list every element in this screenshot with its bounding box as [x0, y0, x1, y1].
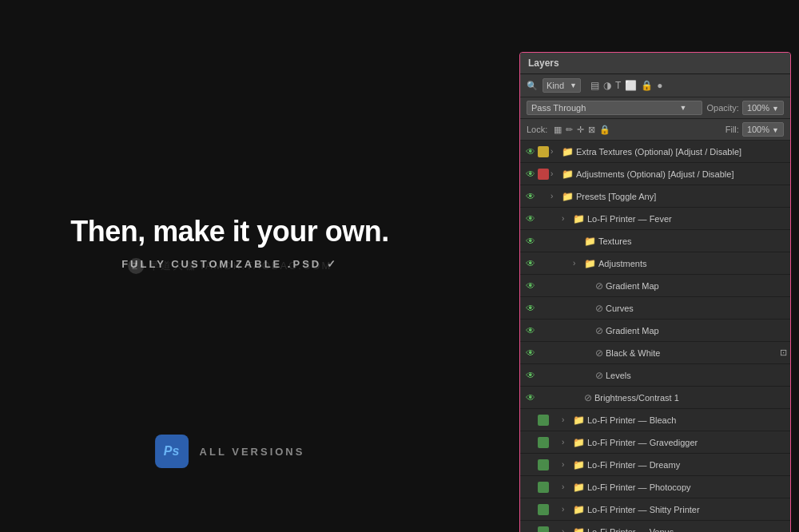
ps-label: ALL VERSIONS [200, 446, 305, 458]
opacity-area: Opacity: 100% ▼ [707, 101, 784, 115]
layer-eye-icon[interactable]: 👁 [523, 189, 538, 204]
layer-adj-icon: ⊘ [595, 303, 603, 314]
smart-filter-icon[interactable]: 🔒 [641, 80, 653, 91]
layer-eye-icon[interactable]: 👁 [523, 256, 538, 271]
watermark-z-icon: Z [128, 258, 144, 274]
layer-item[interactable]: 👁⊘Gradient Map [520, 275, 790, 297]
layer-eye-icon[interactable] [523, 413, 538, 427]
layer-folder-icon: 📁 [562, 169, 574, 180]
lock-brush-icon[interactable]: ✏ [566, 125, 573, 135]
layer-item[interactable]: 👁›📁Adjustments (Optional) [Adjust / Disa… [520, 163, 790, 185]
layer-expand-icon[interactable]: › [562, 482, 573, 491]
extra-filter-icon[interactable]: ● [657, 80, 662, 91]
layer-eye-icon[interactable] [523, 525, 538, 533]
type-filter-icon[interactable]: T [615, 80, 621, 91]
layer-folder-icon: 📁 [573, 459, 585, 470]
layer-item[interactable]: ›📁Lo-Fi Printer — Shitty Printer [520, 498, 790, 521]
layer-eye-icon[interactable]: 👁 [523, 346, 538, 360]
layer-item[interactable]: ›📁Lo-Fi Printer — Dreamy [520, 454, 790, 476]
layer-eye-icon[interactable]: 👁 [523, 324, 538, 338]
kind-dropdown[interactable]: Kind ▼ [543, 78, 581, 93]
lock-artboard-icon[interactable]: ⊠ [588, 125, 595, 135]
layer-expand-icon[interactable]: › [562, 460, 573, 469]
layer-eye-icon[interactable] [523, 480, 538, 494]
pixel-filter-icon[interactable]: ▤ [590, 80, 599, 91]
layer-eye-icon[interactable]: 👁 [523, 234, 538, 248]
layer-item[interactable]: 👁›📁Lo-Fi Printer — Fever [520, 208, 790, 230]
layer-expand-icon[interactable]: › [562, 527, 573, 532]
layer-name: Levels [606, 371, 787, 380]
fill-value[interactable]: 100% ▼ [742, 122, 784, 137]
layer-item[interactable]: 👁📁Textures [520, 230, 790, 252]
blend-arrow-icon: ▼ [680, 104, 687, 112]
layer-item[interactable]: 👁⊘Brightness/Contrast 1 [520, 387, 790, 409]
layer-item[interactable]: ›📁Lo-Fi Printer — Photocopy [520, 476, 790, 498]
layer-eye-icon[interactable]: 👁 [523, 212, 538, 226]
layer-expand-icon[interactable]: › [551, 147, 562, 156]
layer-folder-icon: 📁 [584, 258, 596, 269]
layer-item[interactable]: ›📁Lo-Fi Printer — Gravedigger [520, 431, 790, 454]
photoshop-badge: Ps [155, 435, 189, 468]
layer-expand-icon[interactable]: › [562, 415, 573, 424]
layer-item[interactable]: 👁⊘Curves [520, 297, 790, 320]
layer-item[interactable]: ›📁Lo-Fi Printer — Bleach [520, 409, 790, 431]
layer-name: Lo-Fi Printer — Fever [587, 214, 787, 224]
layer-name: Lo-Fi Printer — Venus [587, 527, 787, 533]
blend-mode-dropdown[interactable]: Pass Through ▼ [527, 101, 702, 115]
layer-item[interactable]: ›📁Lo-Fi Printer — Venus [520, 521, 790, 532]
layer-item[interactable]: 👁›📁Presets [Toggle Any] [520, 185, 790, 208]
layer-item[interactable]: 👁⊘Levels [520, 364, 790, 387]
layer-eye-icon[interactable] [523, 502, 538, 517]
layer-name: Lo-Fi Printer — Photocopy [587, 482, 787, 492]
layer-eye-icon[interactable]: 👁 [523, 279, 538, 293]
lock-position-icon[interactable]: ✛ [577, 125, 584, 135]
layer-name: Curves [606, 304, 787, 313]
layer-folder-icon: 📁 [573, 526, 585, 533]
layer-expand-icon[interactable]: › [562, 438, 573, 447]
layer-color-swatch [538, 303, 549, 314]
layer-folder-icon: 📁 [573, 482, 585, 493]
lock-all-icon[interactable]: 🔒 [599, 125, 610, 135]
adj-filter-icon[interactable]: ◑ [603, 80, 611, 91]
opacity-value[interactable]: 100% ▼ [742, 101, 784, 115]
layer-name: Textures [598, 236, 787, 246]
layer-color-swatch [538, 526, 549, 533]
layers-title-bar: Layers [520, 53, 790, 74]
layer-item[interactable]: 👁⊘Black & White⊡ [520, 342, 790, 364]
main-heading: Then, make it your own. [70, 215, 389, 248]
layer-name: Lo-Fi Printer — Shitty Printer [587, 505, 787, 514]
lock-pixels-icon[interactable]: ▦ [554, 125, 562, 135]
layers-list: 👁›📁Extra Textures (Optional) [Adjust / D… [520, 141, 790, 532]
layer-adj-icon: ⊘ [595, 325, 603, 336]
layer-folder-icon: 📁 [573, 437, 585, 448]
layer-folder-icon: 📁 [573, 213, 585, 224]
layer-name: Presets [Toggle Any] [576, 192, 787, 201]
lock-icons: ▦ ✏ ✛ ⊠ 🔒 [554, 125, 610, 135]
layer-expand-icon[interactable]: › [551, 192, 562, 200]
layer-expand-icon[interactable]: › [551, 169, 562, 178]
layer-color-swatch [538, 146, 549, 157]
layer-name: Lo-Fi Printer — Dreamy [587, 460, 787, 470]
layer-eye-icon[interactable]: 👁 [523, 391, 538, 405]
layer-item[interactable]: 👁›📁Adjustments [520, 252, 790, 275]
layer-folder-icon: 📁 [562, 191, 574, 202]
layer-item[interactable]: 👁›📁Extra Textures (Optional) [Adjust / D… [520, 141, 790, 163]
layer-eye-icon[interactable] [523, 435, 538, 450]
layers-filter-row: 🔍 Kind ▼ ▤ ◑ T ⬜ 🔒 ● [520, 74, 790, 97]
layer-color-swatch [538, 437, 549, 448]
layer-item[interactable]: 👁⊘Gradient Map [520, 320, 790, 342]
layer-eye-icon[interactable]: 👁 [523, 145, 538, 159]
layer-expand-icon[interactable]: › [573, 259, 584, 268]
layer-expand-icon[interactable]: › [562, 214, 573, 223]
layer-eye-icon[interactable]: 👁 [523, 167, 538, 181]
layer-color-swatch [538, 213, 549, 224]
layer-color-swatch [538, 392, 549, 403]
layer-name: Black & White [606, 348, 777, 358]
layer-eye-icon[interactable] [523, 458, 538, 472]
layer-expand-icon[interactable]: › [562, 505, 573, 514]
shape-filter-icon[interactable]: ⬜ [625, 80, 637, 91]
layer-eye-icon[interactable]: 👁 [523, 301, 538, 316]
layer-folder-icon: 📁 [584, 236, 596, 247]
layer-color-swatch [538, 347, 549, 359]
layer-eye-icon[interactable]: 👁 [523, 368, 538, 383]
